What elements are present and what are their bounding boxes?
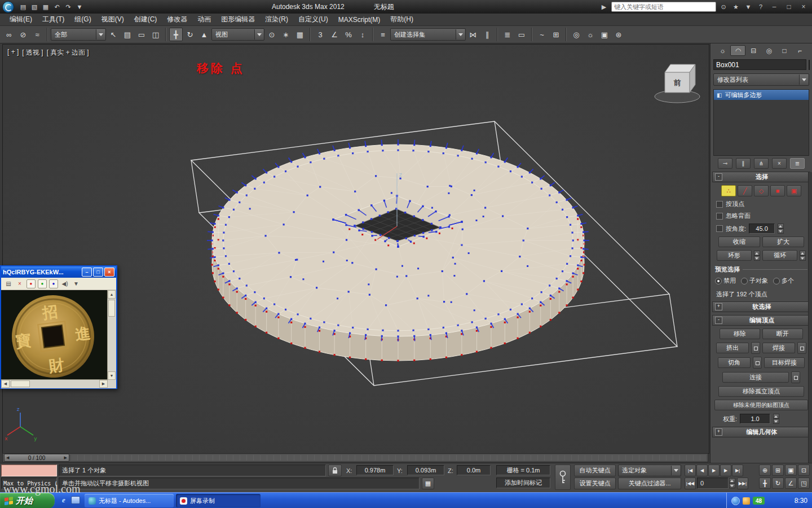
menu-item[interactable]: 编辑(E) <box>5 14 37 26</box>
select-and-move-icon[interactable]: ╋ <box>169 28 183 41</box>
remove-modifier-button[interactable]: × <box>772 158 787 169</box>
time-slider-track[interactable] <box>71 455 706 461</box>
undo-icon[interactable]: ↶ <box>51 2 63 12</box>
zoom-extents-button[interactable]: ▣ <box>785 465 797 476</box>
previous-frame-button[interactable]: ◀ <box>696 465 708 476</box>
field-of-view-button[interactable]: ∠ <box>785 478 797 489</box>
pin-stack-button[interactable]: ⊸ <box>718 158 732 169</box>
select-by-name-icon[interactable]: ▤ <box>121 28 134 41</box>
go-to-end-button[interactable]: ▶| <box>732 465 743 476</box>
named-selection-sets-dropdown[interactable]: 创建选择集 <box>390 28 466 41</box>
loop-button[interactable]: 循环 <box>762 250 797 261</box>
next-frame-icon[interactable]: ▶ <box>64 456 67 460</box>
select-and-manipulate-icon[interactable]: ∗ <box>279 28 293 41</box>
stop-icon[interactable]: × <box>15 279 24 288</box>
remove-isolated-vertices-button[interactable]: 移除孤立顶点 <box>718 386 804 397</box>
add-time-tag-field[interactable]: 添加时间标记 <box>496 478 550 488</box>
by-angle-checkbox[interactable] <box>716 225 723 232</box>
selection-lock-button[interactable] <box>328 465 342 476</box>
preview-multi-radio[interactable] <box>773 278 780 284</box>
select-object-icon[interactable]: ↖ <box>107 28 120 41</box>
edit-named-selections-icon[interactable]: ≡ <box>376 28 390 41</box>
selection-filter-dropdown[interactable]: 全部 <box>51 28 106 41</box>
viewport-shading-menu[interactable]: [ 真实 + 边面 ] <box>47 48 89 58</box>
select-and-link-icon[interactable]: ∞ <box>2 28 16 41</box>
time-slider[interactable]: ◀ 0 / 100 ▶ <box>2 453 708 462</box>
prev-frame-icon[interactable]: ◀ <box>6 456 9 460</box>
menu-item[interactable]: 工具(T) <box>37 14 69 26</box>
key-filters-button[interactable]: 关键点过滤器... <box>618 478 681 489</box>
menu-item[interactable]: 组(G) <box>69 14 96 26</box>
viewport[interactable]: z前xyz [ + ] [ 透视 ] [ 真实 + 边面 ] 移除 点 <box>2 44 709 454</box>
help-icon[interactable]: ? <box>756 2 766 12</box>
menu-item[interactable]: 自定义(U) <box>293 14 333 26</box>
chamfer-button[interactable]: 切角 <box>718 357 751 368</box>
zoom-extents-all-button[interactable]: ⊡ <box>798 465 810 476</box>
align-icon[interactable]: ∥ <box>480 28 494 41</box>
y-coordinate-field[interactable]: 0.093m <box>407 465 444 475</box>
infocenter-dropdown-icon[interactable]: ▼ <box>743 2 753 12</box>
menu-item[interactable]: 帮助(H) <box>385 14 418 26</box>
loop-spinner[interactable] <box>800 251 806 261</box>
speaker-icon[interactable]: ◀) <box>60 279 69 288</box>
search-input[interactable] <box>611 2 716 12</box>
rollout-edit-geometry-header[interactable]: +编辑几何体 <box>712 427 810 437</box>
make-unique-button[interactable]: ⋔ <box>754 158 769 169</box>
render-icon[interactable]: ⊛ <box>612 28 625 41</box>
rollout-soft-selection-header[interactable]: +软选择 <box>712 301 810 312</box>
reference-coordinate-dropdown[interactable]: 视图 <box>211 28 264 41</box>
angle-snap-icon[interactable]: ∠ <box>328 28 341 41</box>
select-and-rotate-icon[interactable]: ↻ <box>183 28 197 41</box>
open-file-icon[interactable]: ▧ <box>29 2 40 12</box>
save-file-icon[interactable]: ▦ <box>40 2 51 12</box>
connect-settings-button[interactable] <box>791 371 800 383</box>
tab-hierarchy[interactable]: ⊟ <box>746 45 761 56</box>
play-button[interactable]: ▶ <box>708 465 720 476</box>
video-maximize-button[interactable]: □ <box>93 268 103 277</box>
edge-mode-button[interactable]: ╱ <box>738 185 752 196</box>
new-file-icon[interactable]: ▤ <box>17 2 29 12</box>
tab-motion[interactable]: ◎ <box>761 45 776 56</box>
viewport-general-menu[interactable]: [ + ] <box>7 48 19 58</box>
current-frame-field[interactable]: 0 <box>697 478 729 489</box>
tab-utilities[interactable]: ⌐ <box>792 45 807 56</box>
maximize-viewport-button[interactable]: ◳ <box>798 478 810 489</box>
z-coordinate-field[interactable]: 0.0m <box>457 465 491 475</box>
video-player-window[interactable]: hQclRBYG-EKEkW... – □ × ▤ × ● ● ● ◀) ▼ <box>0 265 117 389</box>
favorites-star-icon[interactable]: ★ <box>731 2 741 12</box>
mirror-icon[interactable]: ⋈ <box>466 28 480 41</box>
video-horizontal-scrollbar[interactable]: ◀ ▶ <box>1 379 108 388</box>
rendered-frame-icon[interactable]: ▣ <box>598 28 611 41</box>
frame-spinner[interactable] <box>729 478 735 488</box>
playlist-icon[interactable]: ▤ <box>4 279 13 288</box>
record-green-button[interactable]: ● <box>38 279 47 288</box>
search-go-icon[interactable]: ▶ <box>599 2 609 12</box>
taskbar-clock[interactable]: 8:30 <box>795 497 807 505</box>
zoom-all-button[interactable]: ⊞ <box>772 465 784 476</box>
key-mode-toggle-button[interactable]: |◀◀ <box>685 478 696 489</box>
element-mode-button[interactable]: ▣ <box>787 185 801 196</box>
preview-subobject-radio[interactable] <box>741 278 748 284</box>
chamfer-settings-button[interactable] <box>753 357 762 369</box>
preview-disable-radio[interactable] <box>715 278 722 284</box>
tray-badge[interactable]: 48 <box>753 497 765 505</box>
viewport-pov-menu[interactable]: [ 透视 ] <box>22 48 43 58</box>
video-minimize-button[interactable]: – <box>82 268 92 277</box>
taskbar-task-3dsmax[interactable]: 无标题 - Autodes... <box>85 494 174 507</box>
keyboard-shortcut-override-icon[interactable]: ▦ <box>293 28 307 41</box>
key-target-dropdown[interactable]: 选定对象 <box>618 465 681 476</box>
video-close-button[interactable]: × <box>104 268 114 277</box>
material-editor-icon[interactable]: ◎ <box>570 28 583 41</box>
rollout-edit-vertices-header[interactable]: -编辑顶点 <box>712 315 810 326</box>
quick-access-dropdown-icon[interactable]: ▼ <box>74 2 85 12</box>
video-vertical-scrollbar[interactable]: ▲ ▼ <box>107 290 116 380</box>
menu-item[interactable]: MAXScript(M) <box>333 14 386 26</box>
ring-button[interactable]: 环形 <box>717 250 752 261</box>
show-desktop-icon[interactable] <box>71 496 80 504</box>
bind-to-space-warp-icon[interactable]: ≈ <box>30 28 44 41</box>
window-crossing-toggle-icon[interactable]: ◫ <box>149 28 162 41</box>
by-vertex-checkbox[interactable] <box>716 201 723 208</box>
extrude-settings-button[interactable] <box>751 342 760 354</box>
scroll-right-icon[interactable]: ▶ <box>99 380 108 388</box>
configure-modifier-sets-button[interactable]: ≣ <box>790 158 805 169</box>
